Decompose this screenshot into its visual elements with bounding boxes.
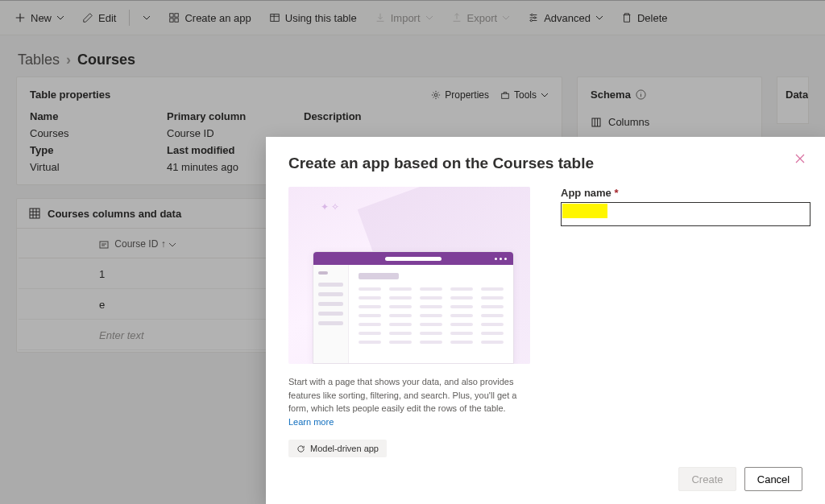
learn-more-link[interactable]: Learn more: [288, 417, 334, 427]
close-icon: [794, 153, 806, 164]
sparkle-icon: ✦ ✧: [321, 201, 339, 213]
modal-description: Start with a page that shows your data, …: [288, 375, 530, 428]
app-name-input[interactable]: [561, 202, 810, 226]
cancel-button[interactable]: Cancel: [744, 467, 802, 491]
create-button[interactable]: Create: [678, 467, 736, 491]
close-button[interactable]: [794, 153, 806, 167]
app-name-label: App name *: [561, 187, 810, 199]
app-type-chip: Model-driven app: [288, 440, 387, 457]
refresh-icon: [296, 444, 305, 453]
modal-illustration: ✦ ✧: [288, 187, 530, 364]
modal-title: Create an app based on the Courses table: [288, 155, 802, 172]
create-app-modal: Create an app based on the Courses table…: [266, 137, 825, 504]
